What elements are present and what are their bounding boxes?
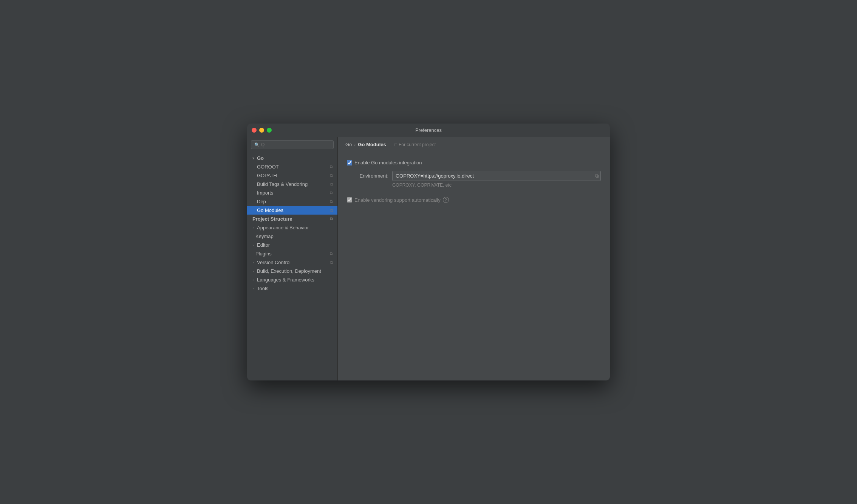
sidebar-item-plugins[interactable]: Plugins ⧉ [247,249,337,258]
sidebar-item-go-modules[interactable]: Go Modules ⧉ [247,206,337,215]
search-icon: 🔍 [254,142,260,147]
sidebar-item-editor-label: Editor [257,242,270,248]
sidebar-item-project-structure-label: Project Structure [252,216,292,222]
chevron-right-icon: › [251,278,255,282]
environment-input-wrapper: ⧉ [392,171,601,181]
sidebar-item-version-control-label: Version Control [257,260,291,265]
sidebar: 🔍 ▾ Go GOROOT ⧉ GOPATH ⧉ Build Ta [247,137,338,380]
breadcrumb-current: Go Modules [358,142,386,147]
sidebar-item-version-control[interactable]: › Version Control ⧉ [247,258,337,267]
sidebar-item-languages-label: Languages & Frameworks [257,277,314,283]
sidebar-item-go-modules-label: Go Modules [257,207,283,213]
sidebar-navigation: ▾ Go GOROOT ⧉ GOPATH ⧉ Build Tags & Vend… [247,152,337,380]
vendoring-label: Enable vendoring support automatically ? [347,197,449,203]
chevron-down-icon: ▾ [251,156,255,161]
main-layout: 🔍 ▾ Go GOROOT ⧉ GOPATH ⧉ Build Ta [247,137,610,380]
copy-icon: ⧉ [330,182,333,187]
sidebar-item-build-execution-label: Build, Execution, Deployment [257,268,321,274]
sidebar-item-languages[interactable]: › Languages & Frameworks [247,275,337,284]
environment-hint: GOPROXY, GOPRIVATE, etc. [392,182,601,188]
sidebar-item-go[interactable]: ▾ Go [247,154,337,162]
enable-modules-label[interactable]: Enable Go modules integration [347,160,422,165]
chevron-right-icon: › [251,260,255,265]
sidebar-item-tools[interactable]: › Tools [247,284,337,293]
minimize-button[interactable] [259,128,264,133]
title-bar: Preferences [247,124,610,137]
breadcrumb-separator: › [354,142,356,147]
chevron-right-icon: › [251,226,255,230]
content-area: Go › Go Modules □ For current project En… [338,137,610,380]
sidebar-item-tools-label: Tools [257,286,268,291]
sidebar-item-keymap[interactable]: Keymap [247,232,337,241]
enable-modules-row: Enable Go modules integration [347,160,601,165]
project-icon: □ [394,142,397,147]
close-button[interactable] [252,128,257,133]
sidebar-item-dep-label: Dep [257,199,266,204]
enable-modules-checkbox[interactable] [347,160,352,165]
sidebar-item-dep[interactable]: Dep ⧉ [247,197,337,206]
sidebar-item-plugins-label: Plugins [255,251,272,257]
environment-edit-icon[interactable]: ⧉ [595,173,599,179]
copy-icon: ⧉ [330,251,333,256]
breadcrumb-parent: Go [345,142,352,147]
copy-icon: ⧉ [330,208,333,213]
sidebar-item-imports-label: Imports [257,190,273,196]
environment-input[interactable] [392,171,601,181]
sidebar-item-go-label: Go [257,155,264,161]
sidebar-item-gopath[interactable]: GOPATH ⧉ [247,171,337,180]
sidebar-item-build-execution[interactable]: › Build, Execution, Deployment [247,267,337,275]
traffic-lights [252,128,272,133]
maximize-button[interactable] [267,128,272,133]
sidebar-item-keymap-label: Keymap [255,233,274,239]
vendoring-row: Enable vendoring support automatically ? [347,193,601,203]
sidebar-item-imports[interactable]: Imports ⧉ [247,189,337,197]
copy-icon: ⧉ [330,173,333,178]
chevron-right-icon: › [251,269,255,274]
chevron-right-icon: › [251,286,255,291]
sidebar-item-goroot[interactable]: GOROOT ⧉ [247,162,337,171]
copy-icon: ⧉ [330,190,333,195]
search-input[interactable] [261,142,330,147]
project-label: For current project [399,142,436,147]
copy-icon: ⧉ [330,199,333,204]
vendoring-checkbox[interactable] [347,197,352,203]
environment-label: Environment: [347,173,388,179]
help-icon[interactable]: ? [443,197,449,203]
breadcrumb-project-info: □ For current project [394,142,436,147]
content-body: Enable Go modules integration Environmen… [338,152,610,380]
preferences-window: Preferences 🔍 ▾ Go GOROOT ⧉ GOPATH [247,124,610,380]
sidebar-item-editor[interactable]: › Editor [247,241,337,249]
enable-modules-text: Enable Go modules integration [354,160,422,165]
sidebar-item-build-tags-label: Build Tags & Vendoring [257,181,308,187]
copy-icon: ⧉ [330,216,333,221]
sidebar-item-goroot-label: GOROOT [257,164,279,170]
breadcrumb: Go › Go Modules □ For current project [338,137,610,152]
chevron-right-icon: › [251,243,255,247]
sidebar-item-appearance-label: Appearance & Behavior [257,225,309,230]
sidebar-item-build-tags[interactable]: Build Tags & Vendoring ⧉ [247,180,337,189]
copy-icon: ⧉ [330,164,333,169]
window-title: Preferences [415,127,442,133]
copy-icon: ⧉ [330,260,333,265]
sidebar-item-appearance[interactable]: › Appearance & Behavior [247,223,337,232]
sidebar-item-gopath-label: GOPATH [257,173,277,178]
environment-row: Environment: ⧉ [347,171,601,181]
sidebar-item-project-structure[interactable]: Project Structure ⧉ [247,215,337,223]
search-box[interactable]: 🔍 [251,140,334,149]
vendoring-text: Enable vendoring support automatically [354,197,441,203]
